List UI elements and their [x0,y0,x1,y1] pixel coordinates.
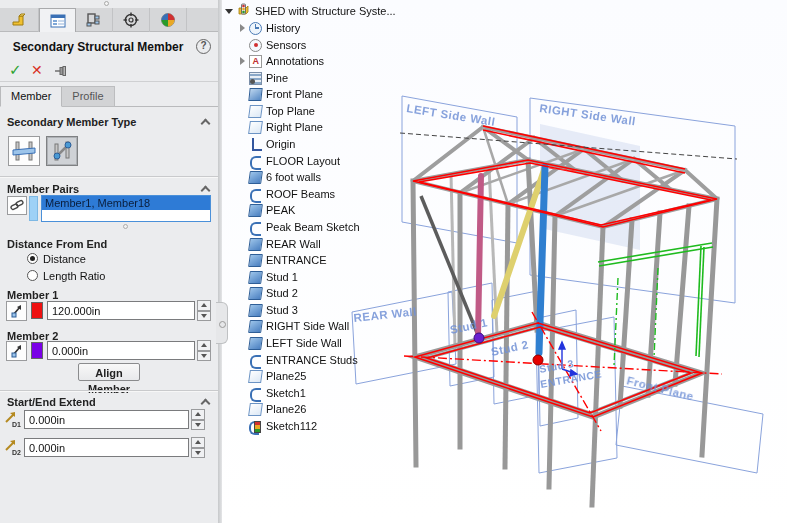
spin-up-icon[interactable] [197,300,211,311]
purple-endpoint[interactable] [474,333,484,343]
length-ratio-radio-label[interactable]: Length Ratio [43,270,105,282]
collapse-chevron-icon[interactable] [201,399,211,409]
tree-root-item[interactable]: SHED with Structure Syste... [222,3,396,19]
length-ratio-radio[interactable] [27,270,38,281]
configuration-manager-icon [85,12,103,28]
tree-item-plane25[interactable]: Plane25 [236,368,306,384]
cancel-button[interactable]: ✕ [31,60,43,80]
tab-display-manager[interactable] [150,8,187,32]
left-wall-brace[interactable] [421,196,478,335]
member-pairs-list[interactable]: Member1, Member18 [41,195,211,222]
member1-stud[interactable] [478,176,481,337]
spin-down-icon[interactable] [197,351,211,362]
spin-down-icon[interactable] [191,448,205,459]
ref-plane-icon [248,171,263,184]
tree-item-peak[interactable]: PEAK [236,202,295,218]
member2-spinner[interactable] [197,340,211,361]
stud2-label[interactable]: Stud 2 [490,338,530,358]
separator [0,176,218,178]
pm-page-tabs: Member Profile [0,86,218,107]
group-header-start-end-extend[interactable]: Start/End Extend [7,396,96,408]
d1-extend-input[interactable] [24,410,189,429]
tab-dimxpert-manager[interactable] [113,8,150,32]
select-arrow-icon [10,304,24,318]
chevron-right-icon[interactable] [236,57,249,65]
member1-spinner[interactable] [197,300,211,321]
tab-profile[interactable]: Profile [62,86,114,107]
collapse-chevron-icon[interactable] [201,186,211,196]
tree-item-pine[interactable]: Pine [236,70,288,86]
spin-down-icon[interactable] [191,420,205,431]
tab-feature-manager[interactable] [2,8,39,32]
tree-item-right-side-wall[interactable]: RIGHT Side Wall [236,318,349,334]
distance-radio[interactable] [27,253,38,264]
spin-up-icon[interactable] [197,340,211,351]
tree-item-6-foot-walls[interactable]: 6 foot walls [236,169,321,185]
panel-splitter-handle[interactable] [104,1,109,6]
tree-item-history[interactable]: History [236,20,300,36]
link-pairs-button[interactable] [7,196,27,215]
property-manager-panel: Secondary Structural Member ? ✓ ✕ Member… [0,0,218,523]
chevron-right-icon[interactable] [236,24,249,32]
tree-item-sensors[interactable]: Sensors [236,37,306,53]
left-side-wall-label[interactable]: LEFT Side Wall [406,102,496,128]
tab-configuration-manager[interactable] [76,8,113,32]
panel-divider[interactable] [218,0,222,523]
tree-item-entrance[interactable]: ENTRANCE [236,252,327,268]
tree-item-roof-beams[interactable]: ROOF Beams [236,186,335,202]
collapse-chevron-icon[interactable] [201,119,211,129]
member1-select-button[interactable] [6,301,27,321]
tree-item-top-plane[interactable]: Top Plane [236,103,315,119]
tree-item-right-plane[interactable]: Right Plane [236,119,323,135]
distance-radio-label[interactable]: Distance [43,253,86,265]
d1-spinner[interactable] [191,409,205,430]
tree-item-stud-1[interactable]: Stud 1 [236,269,298,285]
member1-label: Member 1 [7,289,58,301]
tree-item-stud-3[interactable]: Stud 3 [236,302,298,318]
help-icon[interactable]: ? [196,39,211,54]
tree-item-sketch1[interactable]: Sketch1 [236,385,306,401]
align-member-button[interactable]: Align Member [78,363,140,381]
tree-item-left-side-wall[interactable]: LEFT Side Wall [236,335,342,351]
tree-item-stud-2[interactable]: Stud 2 [236,285,298,301]
member1-distance-input[interactable] [47,301,195,320]
ref-plane-icon [248,238,263,251]
tree-item-rear-wall[interactable]: REAR Wall [236,236,321,252]
member2-distance-input[interactable] [47,341,195,360]
part-stoplight-icon [236,3,251,19]
ok-button[interactable]: ✓ [9,60,22,80]
spin-up-icon[interactable] [191,409,205,420]
member2-select-button[interactable] [6,341,27,361]
tree-item-peak-beam-sketch[interactable]: Peak Beam Sketch [236,219,360,235]
feature-tree: SHED with Structure Syste... History Sen… [222,0,407,460]
spin-down-icon[interactable] [197,311,211,322]
d2-extend-icon: D2 [4,439,21,454]
feature-manager-icon [11,12,29,28]
chevron-down-icon[interactable] [222,9,235,14]
tree-item-front-plane[interactable]: Front Plane [236,86,323,102]
list-resize-handle[interactable] [123,224,128,229]
spin-up-icon[interactable] [191,437,205,448]
panel-collapse-handle[interactable] [216,302,228,344]
tab-member[interactable]: Member [0,86,62,107]
tree-item-plane26[interactable]: Plane26 [236,401,306,417]
tree-item-origin[interactable]: Origin [236,136,295,152]
page-title: Secondary Structural Member [0,40,196,54]
tree-item-floor-layout[interactable]: FLOOR Layout [236,153,340,169]
tree-item-entrance-studs[interactable]: ENTRANCE Studs [236,352,358,368]
distance-from-end-label: Distance From End [7,238,107,250]
between-members-type-button[interactable] [8,136,40,166]
tree-item-sketch112[interactable]: Sketch112 [236,418,317,434]
group-header-secondary-member-type[interactable]: Secondary Member Type [7,116,136,128]
d2-extend-input[interactable] [24,438,189,457]
member2-color-swatch [31,342,43,359]
ref-plane-icon [248,287,263,300]
d2-spinner[interactable] [191,437,205,458]
pin-icon[interactable] [54,63,68,83]
member-pair-item-selected[interactable]: Member1, Member18 [42,196,210,210]
tree-item-annotations[interactable]: Annotations [236,53,324,69]
tab-property-manager[interactable] [39,8,76,32]
group-header-member-pairs[interactable]: Member Pairs [7,183,79,195]
up-to-members-type-button[interactable] [46,136,78,166]
ref-plane-icon [248,337,263,350]
